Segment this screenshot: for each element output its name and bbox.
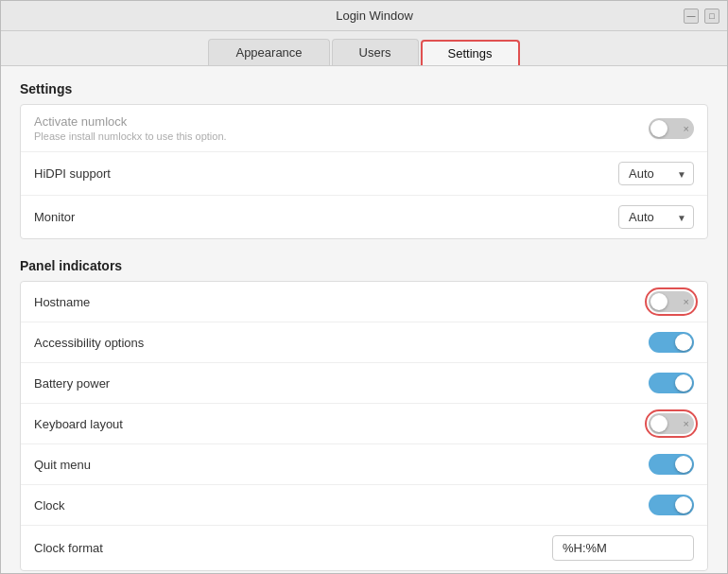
battery-toggle[interactable]: ✓ (649, 373, 694, 393)
row-keyboard: Keyboard layout × (21, 404, 707, 444)
row-battery: Battery power ✓ (21, 363, 707, 404)
tab-settings[interactable]: Settings (421, 40, 520, 65)
numlock-toggle-knob (650, 120, 667, 137)
accessibility-toggle-wrap: ✓ (649, 332, 694, 353)
accessibility-toggle-knob (675, 334, 692, 351)
main-content: Settings Activate numlock Please install… (1, 66, 727, 573)
monitor-label: Monitor (34, 210, 75, 224)
hidpi-label: HiDPI support (34, 166, 111, 181)
clock-toggle[interactable]: ✓ (649, 495, 694, 515)
maximize-button[interactable]: □ (704, 9, 719, 24)
keyboard-toggle-wrap: × (649, 413, 694, 434)
row-accessibility: Accessibility options ✓ (21, 322, 707, 363)
hidpi-select-container: Auto ▼ (618, 162, 694, 185)
clock-toggle-knob (675, 496, 692, 513)
quit-toggle[interactable]: ✓ (649, 454, 694, 475)
numlock-toggle-x: × (684, 123, 689, 134)
app-window: Login Window — □ Appearance Users Settin… (0, 0, 728, 574)
numlock-sublabel: Please install numlockx to use this opti… (34, 130, 227, 142)
hostname-label: Hostname (34, 295, 90, 309)
window-controls: — □ (684, 9, 719, 24)
tab-users[interactable]: Users (332, 39, 419, 65)
accessibility-toggle[interactable]: ✓ (649, 332, 694, 353)
row-clock: Clock ✓ (21, 485, 707, 526)
clock-format-label: Clock format (34, 541, 103, 555)
row-hostname: Hostname × (21, 282, 707, 322)
row-numlock: Activate numlock Please install numlockx… (21, 105, 707, 152)
settings-section-title: Settings (20, 81, 708, 96)
titlebar: Login Window — □ (1, 1, 727, 31)
panel-card: Hostname × Accessibility options ✓ (20, 281, 708, 571)
hostname-toggle[interactable]: × (649, 291, 694, 312)
minimize-button[interactable]: — (684, 9, 699, 24)
keyboard-toggle-knob (650, 415, 667, 432)
battery-label: Battery power (34, 376, 110, 391)
battery-toggle-wrap: ✓ (649, 373, 694, 393)
keyboard-label: Keyboard layout (34, 417, 123, 431)
tabs-bar: Appearance Users Settings (1, 31, 727, 66)
quit-toggle-knob (675, 456, 692, 473)
window-title: Login Window (65, 9, 684, 23)
accessibility-label: Accessibility options (34, 336, 144, 350)
monitor-select-container: Auto ▼ (618, 205, 694, 229)
row-hidpi: HiDPI support Auto ▼ (21, 152, 707, 196)
clock-toggle-wrap: ✓ (649, 495, 694, 515)
numlock-label: Activate numlock (34, 114, 227, 129)
monitor-select[interactable]: Auto (618, 205, 694, 229)
clock-label: Clock (34, 498, 65, 513)
hostname-toggle-knob (650, 293, 667, 310)
numlock-toggle-wrap: × (649, 118, 694, 139)
row-clock-format: Clock format (21, 526, 707, 570)
hostname-toggle-x: × (684, 296, 689, 307)
row-quit: Quit menu ✓ (21, 444, 707, 485)
quit-label: Quit menu (34, 458, 91, 472)
row-monitor: Monitor Auto ▼ (21, 196, 707, 238)
keyboard-toggle[interactable]: × (649, 413, 694, 434)
hidpi-select[interactable]: Auto (618, 162, 694, 185)
numlock-toggle[interactable]: × (649, 118, 694, 139)
hostname-toggle-wrap: × (649, 291, 694, 312)
quit-toggle-wrap: ✓ (649, 454, 694, 475)
panel-section-title: Panel indicators (20, 258, 708, 273)
clock-format-input[interactable] (552, 535, 694, 561)
battery-toggle-knob (675, 374, 692, 391)
tab-appearance[interactable]: Appearance (208, 39, 329, 65)
settings-card: Activate numlock Please install numlockx… (20, 104, 708, 239)
keyboard-toggle-x: × (684, 418, 689, 429)
